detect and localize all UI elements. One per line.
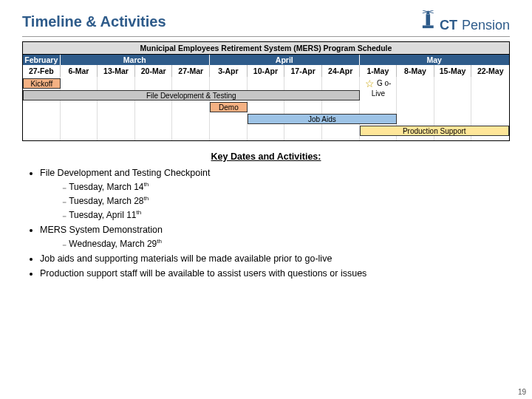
svg-rect-0	[426, 15, 431, 26]
date-cell: 24-Apr	[322, 65, 360, 77]
sub-item: Tuesday, March 28th	[62, 195, 510, 206]
list-item: Job aids and supporting materials will b…	[40, 253, 510, 264]
month-cell: February	[23, 55, 61, 65]
bar-golive: ☆ G o-Live	[360, 78, 398, 89]
svg-rect-2	[423, 25, 434, 28]
date-cell: 27-Mar	[172, 65, 210, 77]
divider	[22, 36, 510, 37]
date-cell: 3-Apr	[210, 65, 248, 77]
month-cell: April	[210, 55, 359, 65]
key-heading: Key Dates and Activities:	[22, 151, 510, 162]
sub-item: Tuesday, March 14th	[62, 181, 510, 192]
logo-text-pension: Pension	[462, 18, 510, 33]
svg-line-3	[423, 10, 428, 12]
date-cell: 20-Mar	[135, 65, 173, 77]
month-cell: March	[61, 55, 210, 65]
sub-item: Wednesday, March 29th	[62, 238, 510, 249]
lighthouse-icon	[421, 10, 435, 30]
date-cell: 8-May	[397, 65, 434, 77]
date-cell: 1-May	[360, 65, 398, 77]
date-cell: 27-Feb	[23, 65, 61, 77]
list-item: Production support staff will be availab…	[40, 268, 510, 279]
bullet-text: File Development and Testing Checkpoint	[40, 168, 210, 178]
bullet-text: MERS System Demonstration	[40, 225, 163, 235]
page-number: 19	[518, 388, 526, 396]
bar-jobaids: Job Aids	[248, 114, 397, 124]
date-cell: 13-Mar	[98, 65, 135, 77]
gantt-area: Kickoff ☆ G o-Live File Development & Te…	[23, 77, 509, 140]
list-item: File Development and Testing Checkpoint …	[40, 168, 510, 220]
list-item: MERS System Demonstration Wednesday, Mar…	[40, 225, 510, 249]
bar-demo: Demo	[210, 102, 248, 112]
bar-prodsupp: Production Support	[360, 126, 509, 136]
date-cell: 17-Apr	[284, 65, 322, 77]
bar-kickoff: Kickoff	[23, 78, 61, 89]
svg-line-4	[429, 10, 434, 12]
month-header: February March April May	[23, 55, 509, 65]
date-cell: 22-May	[471, 65, 509, 77]
month-cell: May	[360, 55, 509, 65]
date-cell: 6-Mar	[61, 65, 98, 77]
star-icon: ☆	[365, 78, 375, 89]
bar-filedev: File Development & Testing	[23, 90, 360, 100]
bullet-list: File Development and Testing Checkpoint …	[22, 168, 510, 279]
date-header: 27-Feb 6-Mar 13-Mar 20-Mar 27-Mar 3-Apr …	[23, 65, 509, 77]
logo: CT Pension	[421, 10, 510, 33]
logo-text-ct: CT	[440, 18, 457, 33]
chart-title: Municipal Employees Retirement System (M…	[23, 42, 509, 55]
date-cell: 10-Apr	[248, 65, 285, 77]
sub-item: Tuesday, April 11th	[62, 209, 510, 220]
date-cell: 15-May	[434, 65, 472, 77]
gantt-chart: Municipal Employees Retirement System (M…	[22, 41, 510, 141]
